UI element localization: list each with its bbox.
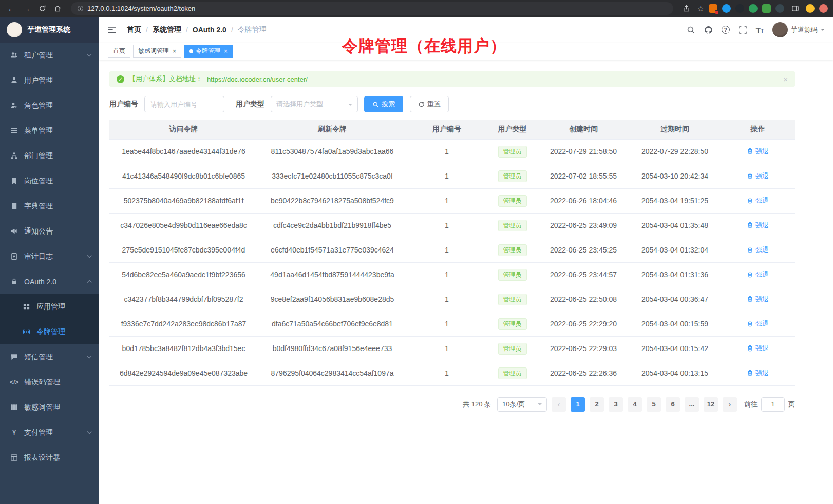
- user-type-select[interactable]: 请选择用户类型: [271, 96, 358, 112]
- tab-1[interactable]: 敏感词管理×: [133, 45, 181, 58]
- back-icon[interactable]: ←: [5, 3, 17, 15]
- breadcrumb-item-2[interactable]: OAuth 2.0: [193, 26, 226, 34]
- sidebar-item-token[interactable]: 令牌管理: [0, 319, 99, 344]
- next-page-button[interactable]: ›: [723, 397, 737, 412]
- sidebar-item-pay[interactable]: ¥支付管理: [0, 420, 99, 445]
- sidebar-item-sms[interactable]: 短信管理: [0, 344, 99, 370]
- force-logout-button[interactable]: 强退: [747, 221, 769, 230]
- extension-icon-4[interactable]: [749, 4, 758, 13]
- user-type-cell: 管理员: [487, 164, 538, 188]
- table-row: b0d1785bc3a8482f812db4a3f3bd15ecb0df4980…: [109, 336, 795, 361]
- sidebar-item-oauth[interactable]: OAuth 2.0: [0, 269, 99, 294]
- sidebar-item-report[interactable]: 报表设计器: [0, 445, 99, 470]
- force-logout-button[interactable]: 强退: [747, 245, 769, 255]
- force-logout-button[interactable]: 强退: [747, 147, 769, 156]
- user-type-badge: 管理员: [498, 195, 527, 207]
- page-button-2[interactable]: 2: [590, 397, 604, 412]
- site-info-icon[interactable]: [77, 5, 84, 12]
- user-type-cell: 管理员: [487, 262, 538, 287]
- sidebar-item-dict[interactable]: 字典管理: [0, 193, 99, 219]
- force-logout-button[interactable]: 强退: [747, 295, 769, 304]
- extension-icon-3[interactable]: [735, 4, 744, 13]
- sidebar-item-user[interactable]: 用户管理: [0, 68, 99, 93]
- sidebar-item-role[interactable]: 角色管理: [0, 93, 99, 118]
- trash-icon: [747, 296, 753, 302]
- side-panel-icon[interactable]: [789, 3, 801, 15]
- force-logout-button[interactable]: 强退: [747, 369, 769, 378]
- search-button[interactable]: 搜索: [364, 96, 403, 112]
- tab-close-icon[interactable]: ×: [173, 48, 176, 54]
- tab-2[interactable]: 令牌管理×: [184, 45, 233, 58]
- action-cell: 强退: [721, 238, 795, 262]
- red-annotation-text: 令牌管理（在线用户）: [342, 35, 506, 57]
- search-icon[interactable]: [687, 26, 695, 34]
- forward-icon[interactable]: →: [21, 3, 33, 15]
- page-button-12[interactable]: 12: [704, 397, 718, 412]
- page-button-3[interactable]: 3: [609, 397, 623, 412]
- url-text: 127.0.0.1:1024/system/oauth2/token: [87, 5, 195, 12]
- banner-close-icon[interactable]: ×: [783, 75, 788, 84]
- font-size-icon[interactable]: TT: [756, 26, 764, 34]
- sidebar-item-menu[interactable]: 菜单管理: [0, 118, 99, 143]
- puzzle-extension-icon[interactable]: [762, 4, 771, 13]
- breadcrumb-item-0[interactable]: 首页: [127, 25, 141, 34]
- action-cell: 强退: [721, 336, 795, 361]
- expires-cell: 2054-03-04 00:15:42: [629, 336, 721, 361]
- expires-cell: 2054-03-04 00:15:59: [629, 312, 721, 336]
- doc-link[interactable]: https://doc.iocoder.cn/user-center/: [207, 75, 308, 83]
- home-icon[interactable]: [51, 3, 64, 15]
- url-bar[interactable]: 127.0.0.1:1024/system/oauth2/token: [71, 2, 673, 15]
- github-icon[interactable]: [704, 26, 713, 34]
- sidebar-item-errcode[interactable]: </>错误码管理: [0, 370, 99, 395]
- sidebar-item-log[interactable]: 审计日志: [0, 244, 99, 269]
- sidebar-item-post[interactable]: 岗位管理: [0, 168, 99, 193]
- help-icon[interactable]: ?: [722, 26, 730, 34]
- tab-close-icon[interactable]: ×: [224, 48, 228, 54]
- browser-profile-avatar[interactable]: [819, 4, 828, 13]
- sidebar-item-dept[interactable]: 部门管理: [0, 143, 99, 168]
- share-icon[interactable]: [680, 3, 693, 15]
- app-logo[interactable]: 芋道管理系统: [0, 17, 99, 43]
- page-button-1[interactable]: 1: [571, 397, 585, 412]
- page-size-select[interactable]: 10条/页: [497, 397, 547, 412]
- page-size-value: 10条/页: [502, 400, 525, 409]
- reload-icon[interactable]: [36, 3, 48, 15]
- extension-icon-5[interactable]: [775, 4, 784, 13]
- smiley-extension-icon[interactable]: [806, 4, 815, 13]
- sidebar-item-notice[interactable]: 通知公告: [0, 219, 99, 244]
- user-id-input[interactable]: [144, 96, 224, 112]
- page-button-5[interactable]: 5: [647, 397, 661, 412]
- goto-page-input[interactable]: [761, 397, 785, 412]
- extension-icon-1[interactable]: [709, 4, 717, 13]
- tab-0[interactable]: 首页: [108, 45, 130, 58]
- page-button-6[interactable]: 6: [666, 397, 680, 412]
- force-logout-button[interactable]: 强退: [747, 171, 769, 181]
- sidebar-item-tenant[interactable]: 租户管理: [0, 43, 99, 68]
- page-button-4[interactable]: 4: [628, 397, 642, 412]
- sidebar-item-sensitive[interactable]: 敏感词管理: [0, 395, 99, 420]
- user-menu[interactable]: 芋道源码: [772, 22, 825, 37]
- sidebar-item-app[interactable]: 应用管理: [0, 294, 99, 319]
- total-count: 共 120 条: [463, 400, 491, 409]
- prev-page-button[interactable]: ‹: [552, 397, 566, 412]
- fullscreen-icon[interactable]: [739, 26, 747, 34]
- force-logout-button[interactable]: 强退: [747, 319, 769, 328]
- sidebar-item-label: 用户管理: [24, 76, 92, 85]
- force-logout-button[interactable]: 强退: [747, 270, 769, 279]
- bookmark-star-icon[interactable]: ☆: [697, 4, 704, 13]
- refresh-cell: 8796295f04064c2983414cc54af1097a: [258, 361, 407, 385]
- user-icon: [10, 76, 18, 85]
- breadcrumb-item-1[interactable]: 系统管理: [153, 25, 181, 34]
- trash-icon: [747, 197, 753, 204]
- page-ellipsis: ...: [685, 397, 699, 412]
- reset-button[interactable]: 重置: [410, 96, 449, 112]
- collapse-sidebar-icon[interactable]: [107, 24, 119, 35]
- force-logout-button[interactable]: 强退: [747, 344, 769, 353]
- trash-icon: [747, 172, 753, 179]
- force-logout-button[interactable]: 强退: [747, 196, 769, 205]
- user-type-cell: 管理员: [487, 312, 538, 336]
- app-root: 芋道管理系统 租户管理用户管理角色管理菜单管理部门管理岗位管理字典管理通知公告审…: [0, 17, 833, 504]
- created-cell: 2022-06-25 22:50:08: [538, 287, 629, 312]
- reset-button-label: 重置: [427, 100, 441, 109]
- extension-icon-2[interactable]: [722, 4, 731, 13]
